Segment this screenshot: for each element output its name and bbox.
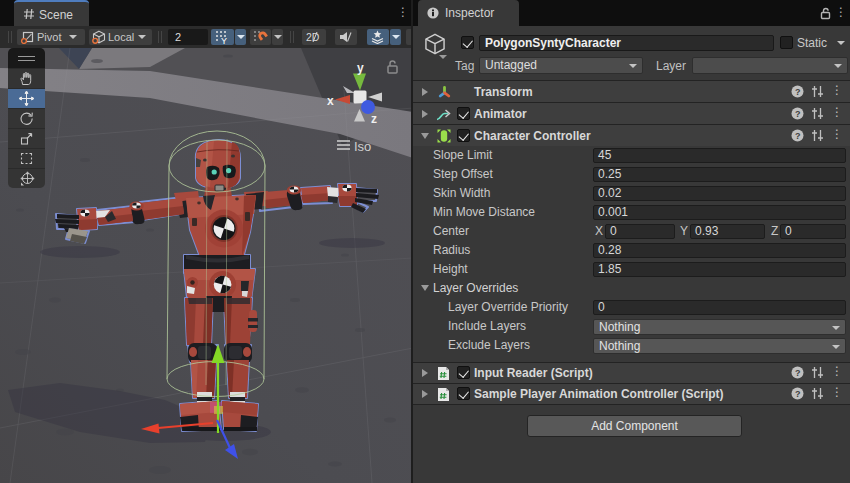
- svg-text:?: ?: [795, 368, 801, 378]
- svg-text:Y: Y: [221, 36, 227, 45]
- svg-text:z: z: [371, 112, 377, 126]
- svg-text:?: ?: [795, 389, 801, 399]
- svg-text:y: y: [357, 61, 364, 75]
- svg-text:x: x: [327, 94, 334, 108]
- svg-text:?: ?: [795, 109, 801, 119]
- svg-text:?: ?: [795, 131, 801, 141]
- svg-text:?: ?: [795, 87, 801, 97]
- svg-text:Iso: Iso: [354, 139, 371, 154]
